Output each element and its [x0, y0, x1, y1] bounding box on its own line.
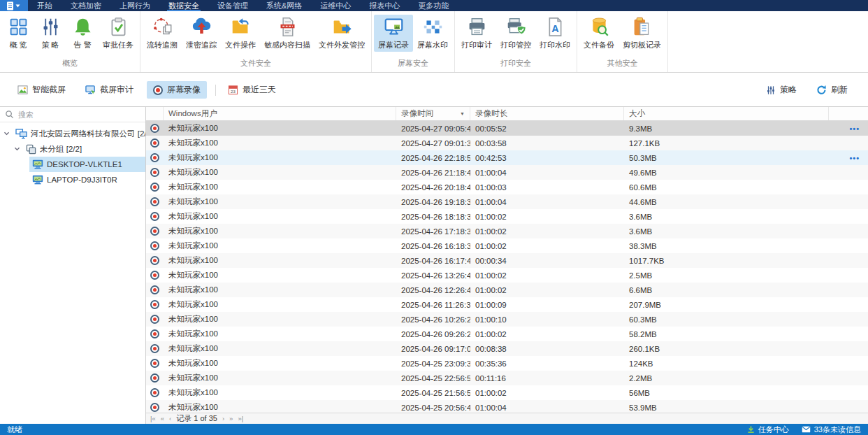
table-header: Windows用户 录像时间▼ 录像时长 大小	[146, 107, 868, 121]
row-size: 58.2MB	[624, 330, 829, 338]
table-row[interactable]: 未知玩家x100 2025-04-26 10:26:24 01:00:10 60…	[146, 312, 868, 327]
tab-home[interactable]: 开始	[28, 0, 62, 11]
row-windows-user: 未知玩家x100	[164, 329, 396, 339]
table-row[interactable]: 未知玩家x100 2025-04-25 22:56:57 00:11:16 2.…	[146, 371, 868, 385]
ribbon-item-screen-record[interactable]: 屏幕记录	[374, 15, 413, 52]
policy-button[interactable]: 策略	[760, 81, 803, 99]
ribbon-item-file-operations[interactable]: 文件操作	[221, 15, 260, 52]
table-row[interactable]: 未知玩家x100 2025-04-26 20:18:44 01:00:03 60…	[146, 180, 868, 194]
last-page-button[interactable]: »|	[238, 415, 243, 422]
ribbon-item-label: 打印水印	[540, 40, 570, 50]
tree-item-ungrouped[interactable]: 未分组 [2/2]	[0, 141, 145, 157]
row-windows-user: 未知玩家x100	[164, 285, 396, 295]
tab-doc-encryption[interactable]: 文档加密	[62, 0, 110, 11]
table-row[interactable]: 未知玩家x100 2025-04-27 09:01:34 00:03:58 12…	[146, 136, 868, 150]
next-page-button[interactable]: ›	[222, 415, 224, 422]
record-icon-cell	[146, 271, 164, 280]
table-row[interactable]: 未知玩家x100 2025-04-27 09:05:45 00:05:52 9.…	[146, 121, 868, 136]
ribbon-item-label: 审批任务	[103, 40, 133, 50]
ribbon-item-print-control[interactable]: 打印管控	[496, 15, 535, 52]
ribbon-item-sensitive-scan[interactable]: 敏感内容扫描	[260, 15, 314, 52]
unread-messages-button[interactable]: 33条未读信息	[802, 425, 861, 435]
tree-item-desktop-vlktle1[interactable]: DESKTOP-VLKTLE1	[0, 157, 145, 172]
ribbon-item-print-audit[interactable]: 打印审计	[457, 15, 496, 52]
column-header-windows-user[interactable]: Windows用户	[164, 107, 396, 120]
task-center-button[interactable]: 任务中心	[747, 425, 789, 435]
table-row[interactable]: 未知玩家x100 2025-04-26 16:18:31 01:00:02 38…	[146, 238, 868, 253]
monitor-audit-icon	[85, 85, 96, 95]
table-row[interactable]: 未知玩家x100 2025-04-26 12:26:45 01:00:02 6.…	[146, 283, 868, 297]
ribbon-item-overview[interactable]: 概 览	[2, 15, 34, 52]
table-row[interactable]: 未知玩家x100 2025-04-26 22:18:52 00:42:53 50…	[146, 150, 868, 165]
sort-desc-icon[interactable]: ▼	[460, 111, 465, 116]
tab-device-management[interactable]: 设备管理	[208, 0, 257, 11]
prev-page-button[interactable]: ‹	[169, 415, 171, 422]
screenshot-audit-button[interactable]: 截屏审计	[79, 81, 140, 99]
column-header-icon[interactable]	[146, 107, 164, 120]
organization-icon	[15, 129, 27, 139]
screen-recording-button[interactable]: 屏幕录像	[147, 81, 207, 99]
row-record-duration: 01:00:02	[470, 271, 624, 280]
svg-text:23: 23	[231, 89, 236, 94]
recordings-table: Windows用户 录像时间▼ 录像时长 大小 未知玩家x100 2025-04…	[146, 107, 868, 424]
tab-data-security[interactable]: 数据安全	[159, 0, 208, 11]
table-row[interactable]: 未知玩家x100 2025-04-26 19:18:39 01:00:04 44…	[146, 194, 868, 209]
search-input[interactable]	[18, 110, 140, 119]
tab-web-behavior[interactable]: 上网行为	[110, 0, 159, 11]
ribbon-item-policy[interactable]: 策 略	[34, 15, 66, 52]
tab-more-functions[interactable]: 更多功能	[409, 0, 458, 11]
ribbon-item-approval-tasks[interactable]: 审批任务	[99, 15, 138, 52]
ribbon-group-overview: 概 览 策 略 告 警 审批任务 概览	[0, 11, 140, 72]
ribbon-item-alerts[interactable]: 告 警	[66, 15, 99, 52]
smart-screenshot-button[interactable]: 智能截屏	[11, 81, 72, 99]
chevron-down-icon[interactable]	[3, 131, 10, 136]
row-record-time: 2025-04-26 09:17:07	[396, 345, 470, 353]
table-row[interactable]: 未知玩家x100 2025-04-26 17:18:34 01:00:02 3.…	[146, 224, 868, 238]
fast-prev-page-button[interactable]: «	[161, 415, 164, 422]
row-more-actions-button[interactable]: •••	[829, 154, 868, 162]
column-header-size[interactable]: 大小	[624, 107, 829, 120]
ribbon-group-label: 文件安全	[143, 57, 369, 72]
svg-text:A: A	[551, 23, 559, 34]
table-row[interactable]: 未知玩家x100 2025-04-26 13:26:48 01:00:02 2.…	[146, 268, 868, 283]
app-menu-button[interactable]	[0, 0, 28, 11]
ribbon-item-file-backup[interactable]: 文件备份	[579, 15, 619, 52]
record-icon-cell	[146, 403, 164, 412]
table-row[interactable]: 未知玩家x100 2025-04-26 11:26:35 01:00:09 20…	[146, 297, 868, 312]
column-header-record-time[interactable]: 录像时间▼	[396, 107, 470, 120]
fast-next-page-button[interactable]: »	[229, 415, 233, 422]
table-row[interactable]: 未知玩家x100 2025-04-26 21:18:47 01:00:04 49…	[146, 165, 868, 180]
document-a-icon: A	[545, 17, 565, 37]
row-more-actions-button[interactable]: •••	[829, 124, 868, 133]
ribbon-item-flow-trace[interactable]: 流转追溯	[143, 15, 182, 52]
search-icon	[5, 110, 14, 119]
table-row[interactable]: 未知玩家x100 2025-04-26 16:17:45 00:00:34 10…	[146, 253, 868, 268]
chevron-down-icon[interactable]	[14, 147, 21, 151]
table-row[interactable]: 未知玩家x100 2025-04-26 09:17:07 00:08:38 26…	[146, 341, 868, 356]
last-three-days-filter-button[interactable]: 23 最近三天	[222, 81, 282, 99]
refresh-button[interactable]: 刷新	[810, 81, 854, 99]
page-record-label: 记录 1 of 35	[176, 413, 217, 424]
table-row[interactable]: 未知玩家x100 2025-04-26 18:18:37 01:00:02 3.…	[146, 209, 868, 224]
search-box[interactable]	[0, 107, 145, 122]
button-label: 最近三天	[243, 84, 276, 96]
table-row[interactable]: 未知玩家x100 2025-04-25 21:56:54 01:00:02 56…	[146, 385, 868, 400]
table-row[interactable]: 未知玩家x100 2025-04-25 23:09:32 00:35:36 12…	[146, 356, 868, 371]
row-size: 60.6MB	[624, 183, 829, 192]
tree-item-company[interactable]: 河北安固云网络科技有限公司 [2/2]	[0, 126, 145, 141]
first-page-button[interactable]: |«	[150, 415, 156, 422]
ribbon-item-screen-watermark[interactable]: 屏幕水印	[413, 15, 452, 52]
ribbon-item-clipboard-record[interactable]: 剪切板记录	[619, 15, 665, 52]
ribbon-item-leak-tracking[interactable]: 泄密追踪	[182, 15, 221, 52]
tab-report-center[interactable]: 报表中心	[360, 0, 409, 11]
tree-item-laptop-d9j3it0r[interactable]: LAPTOP-D9J3IT0R	[0, 172, 145, 187]
table-row[interactable]: 未知玩家x100 2025-04-25 20:56:49 01:00:04 53…	[146, 400, 868, 413]
row-record-time: 2025-04-27 09:01:34	[396, 139, 470, 148]
ribbon-item-file-outgoing-control[interactable]: 文件外发管控	[314, 15, 369, 52]
table-row[interactable]: 未知玩家x100 2025-04-26 09:26:22 01:00:02 58…	[146, 327, 868, 341]
ribbon-item-print-watermark[interactable]: A 打印水印	[535, 15, 574, 52]
column-header-record-duration[interactable]: 录像时长	[470, 107, 624, 120]
row-size: 1017.7KB	[624, 257, 829, 265]
tab-system-network[interactable]: 系统&网络	[257, 0, 311, 11]
tab-ops-center[interactable]: 运维中心	[311, 0, 360, 11]
